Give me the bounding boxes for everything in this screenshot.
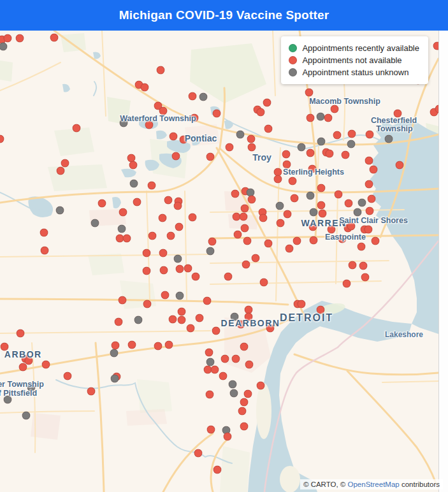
marker-not-available[interactable] [189, 92, 197, 101]
marker-not-available[interactable] [263, 99, 271, 107]
marker-not-available[interactable] [310, 236, 318, 245]
marker-unknown[interactable] [130, 180, 138, 188]
marker-not-available[interactable] [167, 232, 175, 240]
marker-unknown[interactable] [91, 219, 99, 228]
marker-not-available[interactable] [143, 267, 151, 275]
marker-not-available[interactable] [328, 226, 336, 234]
marker-not-available[interactable] [274, 175, 282, 184]
marker-not-available[interactable] [326, 150, 334, 158]
marker-unknown[interactable] [4, 396, 12, 404]
marker-not-available[interactable] [396, 161, 404, 170]
marker-not-available[interactable] [289, 177, 297, 185]
marker-not-available[interactable] [242, 261, 250, 269]
marker-not-available[interactable] [148, 232, 157, 240]
marker-not-available[interactable] [165, 341, 173, 349]
marker-not-available[interactable] [232, 355, 240, 363]
marker-not-available[interactable] [305, 89, 314, 97]
marker-not-available[interactable] [224, 433, 232, 441]
marker-not-available[interactable] [203, 297, 212, 305]
marker-not-available[interactable] [221, 355, 229, 363]
marker-not-available[interactable] [206, 153, 215, 161]
marker-unknown[interactable] [358, 199, 366, 207]
marker-not-available[interactable] [333, 131, 342, 140]
marker-not-available[interactable] [178, 316, 186, 324]
marker-not-available[interactable] [17, 329, 25, 338]
marker-not-available[interactable] [180, 136, 188, 144]
marker-not-available[interactable] [243, 237, 252, 245]
map-canvas[interactable]: Macomb TownshipChesterfieldTownshipWater… [0, 31, 438, 492]
marker-not-available[interactable] [208, 238, 217, 246]
marker-not-available[interactable] [154, 342, 163, 351]
marker-not-available[interactable] [176, 265, 184, 273]
marker-not-available[interactable] [372, 237, 380, 245]
marker-not-available[interactable] [317, 201, 326, 210]
marker-not-available[interactable] [19, 363, 27, 372]
marker-not-available[interactable] [349, 261, 357, 270]
marker-not-available[interactable] [365, 157, 373, 165]
marker-unknown[interactable] [199, 93, 208, 101]
marker-not-available[interactable] [283, 161, 291, 169]
marker-unknown[interactable] [27, 384, 36, 392]
marker-not-available[interactable] [433, 42, 439, 50]
marker-not-available[interactable] [365, 226, 373, 234]
marker-not-available[interactable] [285, 245, 294, 253]
marker-not-available[interactable] [241, 224, 249, 233]
marker-not-available[interactable] [370, 166, 378, 174]
marker-unknown[interactable] [317, 138, 326, 146]
marker-not-available[interactable] [213, 110, 221, 118]
marker-not-available[interactable] [317, 184, 326, 192]
marker-not-available[interactable] [257, 108, 265, 117]
marker-not-available[interactable] [178, 308, 186, 316]
marker-not-available[interactable] [282, 150, 291, 159]
marker-not-available[interactable] [248, 143, 256, 152]
marker-unknown[interactable] [22, 412, 31, 420]
marker-not-available[interactable] [16, 34, 24, 43]
marker-not-available[interactable] [143, 300, 152, 308]
marker-not-available[interactable] [264, 240, 273, 248]
marker-not-available[interactable] [248, 196, 256, 204]
marker-not-available[interactable] [345, 199, 353, 208]
marker-not-available[interactable] [4, 34, 12, 43]
marker-unknown[interactable] [56, 206, 64, 215]
marker-not-available[interactable] [169, 315, 177, 324]
marker-not-available[interactable] [338, 235, 347, 243]
marker-not-available[interactable] [347, 222, 356, 231]
marker-not-available[interactable] [133, 198, 141, 206]
marker-not-available[interactable] [319, 210, 327, 218]
marker-not-available[interactable] [260, 279, 268, 287]
marker-not-available[interactable] [141, 83, 149, 92]
marker-not-available[interactable] [277, 219, 285, 228]
marker-not-available[interactable] [172, 152, 180, 161]
marker-not-available[interactable] [98, 199, 106, 208]
marker-not-available[interactable] [342, 151, 350, 159]
marker-not-available[interactable] [211, 366, 219, 374]
marker-not-available[interactable] [129, 161, 138, 170]
marker-not-available[interactable] [213, 466, 222, 474]
marker-not-available[interactable] [343, 280, 351, 288]
marker-not-available[interactable] [192, 273, 200, 281]
marker-not-available[interactable] [157, 66, 165, 75]
marker-unknown[interactable] [229, 380, 237, 389]
marker-not-available[interactable] [41, 247, 49, 255]
marker-not-available[interactable] [196, 314, 204, 322]
marker-unknown[interactable] [134, 316, 143, 324]
marker-not-available[interactable] [366, 131, 374, 139]
marker-not-available[interactable] [159, 107, 168, 115]
marker-not-available[interactable] [266, 324, 275, 333]
marker-not-available[interactable] [307, 114, 315, 122]
marker-not-available[interactable] [361, 273, 370, 282]
marker-not-available[interactable] [119, 208, 127, 217]
marker-unknown[interactable] [276, 202, 284, 210]
marker-unknown[interactable] [174, 255, 182, 263]
marker-not-available[interactable] [161, 291, 170, 300]
marker-not-available[interactable] [212, 327, 220, 335]
marker-not-available[interactable] [237, 321, 245, 329]
marker-unknown[interactable] [111, 375, 119, 383]
marker-not-available[interactable] [257, 382, 265, 390]
marker-not-available[interactable] [366, 207, 374, 215]
marker-not-available[interactable] [240, 398, 249, 407]
marker-not-available[interactable] [245, 313, 253, 321]
marker-not-available[interactable] [175, 223, 184, 231]
marker-not-available[interactable] [160, 266, 168, 275]
marker-not-available[interactable] [224, 273, 233, 281]
